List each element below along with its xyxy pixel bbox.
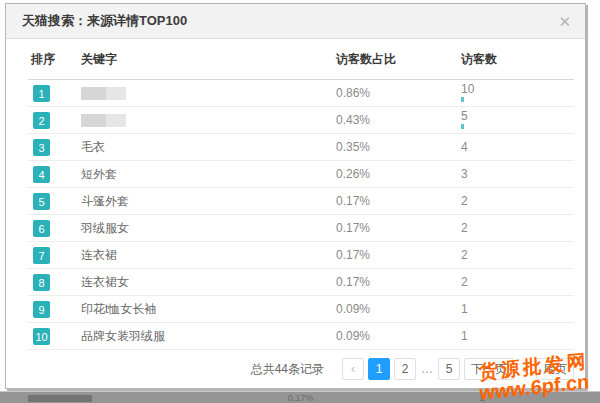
rank-cell: 5 [28,192,81,211]
underlying-keyword-smudge [28,395,92,402]
visitor-count-cell: 1 [461,331,574,342]
rank-badge: 8 [33,274,50,291]
visitor-count-cell: 2 [461,250,574,261]
total-records-text: 总共44条记录 [251,361,324,378]
visitor-count-value: 1 [461,331,574,342]
table-row: 1 0.86% 10 [28,80,574,107]
table-row: 10 品牌女装羽绒服 0.09% 1 [28,323,574,350]
keyword-cell [81,86,336,100]
table-body: 1 0.86% 10 2 0.43% 5 3 毛衣 0.35% 4 4 短外套 … [28,80,574,350]
modal-body: 排序 关键字 访客数占比 访客数 1 0.86% 10 2 0.43% 5 3 … [6,39,585,388]
rank-cell: 8 [28,273,81,292]
page-button-5[interactable]: 5 [438,358,460,380]
table-row: 4 短外套 0.26% 3 [28,161,574,188]
keyword-cell: 品牌女装羽绒服 [81,328,336,345]
rank-badge: 10 [33,328,50,345]
keyword-cell: 连衣裙 [81,247,336,264]
page-button-2[interactable]: 2 [394,358,416,380]
keyword-cell: 毛衣 [81,139,336,156]
rank-cell: 7 [28,246,81,265]
visitor-percent-cell: 0.35% [336,140,461,154]
visitor-count-cell: 5 [461,111,574,129]
rank-badge: 5 [33,193,50,210]
visitor-count-value: 2 [461,196,574,207]
next-arrow-icon: › [518,358,532,380]
prev-page-button[interactable]: ‹ [342,358,364,380]
visitor-percent-cell: 0.09% [336,302,461,316]
modal-header: 天猫搜索：来源详情TOP100 ✕ [6,4,585,39]
visitor-percent-cell: 0.17% [336,194,461,208]
last-page-button[interactable]: 尾页 [536,358,574,380]
count-mini-bar-icon [461,124,464,129]
rank-cell: 3 [28,138,81,157]
col-header-keyword: 关键字 [81,51,336,68]
table-row: 5 斗篷外套 0.17% 2 [28,188,574,215]
table-row: 7 连衣裙 0.17% 2 [28,242,574,269]
modal-title: 天猫搜索：来源详情TOP100 [22,12,187,30]
visitor-percent-cell: 0.17% [336,221,461,235]
visitor-percent-cell: 0.09% [336,329,461,343]
rank-badge: 1 [33,85,50,102]
visitor-count-value: 3 [461,169,574,180]
table-header-row: 排序 关键字 访客数占比 访客数 [28,39,574,80]
visitor-count-cell: 1 [461,304,574,315]
rank-cell: 1 [28,84,81,103]
close-icon[interactable]: ✕ [558,14,571,29]
underlying-page-strip: 0.17% 2 [0,391,600,403]
visitor-count-value: 2 [461,223,574,234]
screenshot-root: 0.17% 2 天猫搜索：来源详情TOP100 ✕ 排序 关键字 访客数占比 访… [0,0,600,403]
col-header-visitor-percent: 访客数占比 [336,51,461,68]
keyword-cell [81,113,336,127]
rank-badge: 2 [33,112,50,129]
visitor-percent-cell: 0.17% [336,248,461,262]
visitor-count-cell: 4 [461,142,574,153]
col-header-rank: 排序 [28,51,81,68]
visitor-count-cell: 10 [461,84,574,102]
rank-badge: 9 [33,301,50,318]
tmall-search-top100-modal: 天猫搜索：来源详情TOP100 ✕ 排序 关键字 访客数占比 访客数 1 0.8… [5,3,586,389]
visitor-count-cell: 2 [461,196,574,207]
underlying-count-fragment: 2 [480,393,485,403]
table-row: 2 0.43% 5 [28,107,574,134]
rank-badge: 7 [33,247,50,264]
visitor-count-value: 2 [461,277,574,288]
visitor-percent-cell: 0.26% [336,167,461,181]
visitor-percent-cell: 0.17% [336,275,461,289]
col-header-visitor-count: 访客数 [461,51,574,68]
rank-cell: 6 [28,219,81,238]
visitor-count-cell: 2 [461,223,574,234]
keyword-cell: 斗篷外套 [81,193,336,210]
visitor-count-value: 1 [461,304,574,315]
rank-badge: 6 [33,220,50,237]
visitor-count-cell: 3 [461,169,574,180]
next-page-button[interactable]: 下一页 [464,358,514,380]
keyword-cell: 短外套 [81,166,336,183]
visitor-percent-cell: 0.43% [336,113,461,127]
underlying-percent-fragment: 0.17% [288,393,314,403]
rank-cell: 2 [28,111,81,130]
table-row: 8 连衣裙女 0.17% 2 [28,269,574,296]
table-row: 9 印花t恤女长袖 0.09% 1 [28,296,574,323]
keyword-cell: 羽绒服女 [81,220,336,237]
rank-cell: 9 [28,300,81,319]
visitor-percent-cell: 0.86% [336,86,461,100]
pagination: ‹12…5下一页›尾页 [342,358,574,380]
visitor-count-cell: 2 [461,277,574,288]
rank-cell: 10 [28,327,81,346]
keyword-cell: 印花t恤女长袖 [81,301,336,318]
censored-keyword-block [81,114,126,127]
count-mini-bar-icon [461,97,464,102]
table-footer: 总共44条记录 ‹12…5下一页›尾页 [28,350,574,388]
visitor-count-value: 10 [461,84,574,95]
table-row: 3 毛衣 0.35% 4 [28,134,574,161]
table-row: 6 羽绒服女 0.17% 2 [28,215,574,242]
censored-keyword-block [81,87,126,100]
visitor-count-value: 5 [461,111,574,122]
page-button-1[interactable]: 1 [368,358,390,380]
pagination-ellipsis: … [420,358,434,380]
visitor-count-value: 4 [461,142,574,153]
rank-cell: 4 [28,165,81,184]
rank-badge: 4 [33,166,50,183]
rank-badge: 3 [33,139,50,156]
visitor-count-value: 2 [461,250,574,261]
